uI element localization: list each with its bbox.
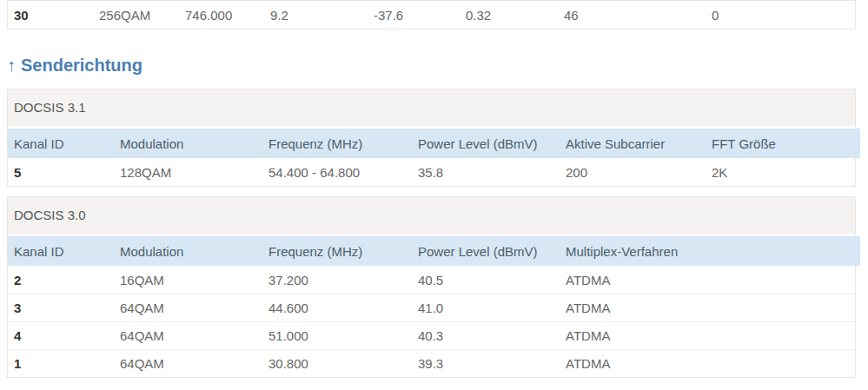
docsis-30-table: DOCSIS 3.0 Kanal IDModulationFrequenz (M… (7, 196, 856, 378)
table-row: 30256QAM746.0009.2-37.60.32460 (8, 1, 855, 29)
table-cell: 5 (8, 165, 114, 180)
table-cell: 40.3 (412, 328, 560, 343)
column-header: Frequenz (MHz) (262, 136, 412, 151)
upstream-partial-table: 30256QAM746.0009.2-37.60.32460 (7, 0, 856, 30)
table-cell: 46 (558, 8, 706, 23)
table-cell: 4 (8, 328, 114, 343)
table-cell: 41.0 (412, 301, 560, 315)
table-cell: 0 (706, 8, 855, 23)
table-cell: 30.800 (262, 356, 412, 371)
table-row: 5128QAM54.400 - 64.80035.82002K (8, 158, 855, 186)
table-cell: 51.000 (262, 328, 412, 343)
column-header: Kanal ID (8, 244, 114, 259)
up-arrow-icon: ↑ (7, 56, 16, 75)
column-header: Multiplex-Verfahren (560, 244, 860, 259)
table-cell: 0.32 (460, 8, 558, 23)
table-cell: 16QAM (114, 273, 262, 288)
table-cell: 1 (8, 356, 114, 371)
table-cell: 35.8 (412, 165, 560, 180)
column-header: Aktive Subcarrier (560, 136, 706, 151)
docsis-31-body: 5128QAM54.400 - 64.80035.82002K (8, 158, 855, 186)
table-cell: 9.2 (264, 8, 368, 23)
column-header: Power Level (dBmV) (412, 136, 560, 151)
table-cell: 128QAM (114, 165, 262, 180)
table-cell: 2K (706, 165, 855, 180)
table-cell: 37.200 (262, 273, 412, 288)
table-cell: 256QAM (93, 8, 179, 23)
table-cell: 64QAM (114, 301, 262, 315)
table-cell: 200 (560, 165, 706, 180)
table-cell: -37.6 (368, 8, 460, 23)
docsis-30-body: 216QAM37.20040.5ATDMA364QAM44.60041.0ATD… (8, 266, 855, 377)
column-header: Frequenz (MHz) (262, 244, 412, 259)
table-row: 164QAM30.80039.3ATDMA (8, 349, 855, 377)
table-cell: 44.600 (262, 301, 412, 315)
table-row: 464QAM51.00040.3ATDMA (8, 321, 855, 349)
table-row: 216QAM37.20040.5ATDMA (8, 266, 855, 294)
table-cell: 54.400 - 64.800 (262, 165, 412, 180)
column-header: Power Level (dBmV) (412, 244, 560, 259)
senderichtung-heading: ↑Senderichtung (7, 54, 868, 77)
table-cell: 64QAM (114, 356, 262, 371)
table-cell: 30 (8, 8, 93, 23)
docsis-31-table: DOCSIS 3.1 Kanal IDModulationFrequenz (M… (7, 89, 856, 187)
table-cell: 64QAM (114, 328, 262, 343)
column-header: FFT Größe (706, 136, 860, 151)
senderichtung-heading-label: Senderichtung (21, 56, 142, 75)
table-cell: 2 (8, 273, 114, 288)
table-cell: ATDMA (560, 328, 855, 343)
table-cell: 40.5 (412, 273, 560, 288)
docsis-30-header-row: Kanal IDModulationFrequenz (MHz)Power Le… (8, 236, 860, 266)
table-cell: ATDMA (560, 356, 855, 371)
table-cell: 39.3 (412, 356, 560, 371)
column-header: Modulation (114, 136, 262, 151)
table-cell: 3 (8, 301, 114, 315)
table-cell: 746.000 (179, 8, 264, 23)
column-header: Kanal ID (8, 136, 114, 151)
docsis-31-header-row: Kanal IDModulationFrequenz (MHz)Power Le… (8, 129, 860, 158)
docsis-30-caption: DOCSIS 3.0 (8, 197, 855, 234)
table-cell: ATDMA (560, 301, 855, 315)
column-header: Modulation (114, 244, 262, 259)
docsis-31-caption: DOCSIS 3.1 (8, 89, 855, 126)
table-cell: ATDMA (560, 273, 855, 288)
table-row: 364QAM44.60041.0ATDMA (8, 294, 855, 321)
